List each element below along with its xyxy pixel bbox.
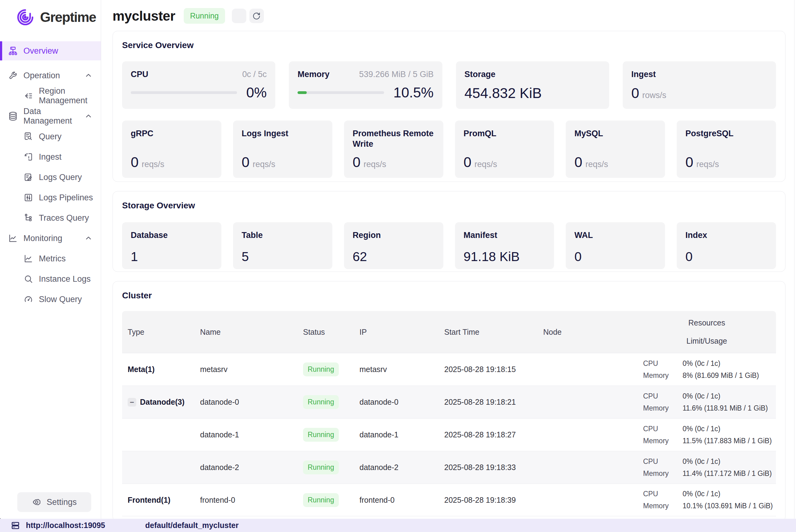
sidebar-item-metrics[interactable]: Metrics bbox=[0, 248, 101, 269]
memory-resource-label: Memory bbox=[643, 470, 683, 478]
memory-limit: 539.266 MiB / 5 GiB bbox=[359, 70, 434, 79]
sidebar-item-label: Traces Query bbox=[39, 213, 89, 223]
table-row-frontend-0: Frontend(1) frontend-0 Running frontend-… bbox=[122, 483, 776, 516]
logs-ingest-label: Logs Ingest bbox=[242, 129, 288, 138]
grpc-label: gRPC bbox=[131, 129, 153, 138]
chevron-up-icon bbox=[83, 71, 93, 80]
sidebar-item-traces-query[interactable]: Traces Query bbox=[0, 208, 101, 228]
logs-pipelines-icon bbox=[23, 193, 33, 203]
postgresql-unit: reqs/s bbox=[697, 160, 719, 169]
settings-button[interactable]: Settings bbox=[17, 492, 91, 512]
wrench-icon bbox=[8, 71, 18, 80]
row-type: Meta(1) bbox=[128, 365, 155, 374]
column-header-node: Node bbox=[538, 311, 638, 353]
page-title: mycluster bbox=[113, 8, 175, 24]
server-url[interactable]: http://localhost:19095 bbox=[26, 521, 105, 530]
page-header: mycluster Running bbox=[113, 8, 264, 24]
storage-card: Storage 454.832 KiB bbox=[456, 61, 609, 109]
refresh-icon bbox=[252, 12, 261, 20]
logs-ingest-card: Logs Ingest 0reqs/s bbox=[233, 120, 332, 178]
sidebar-item-query[interactable]: Query bbox=[0, 126, 101, 147]
cluster-table-header: Type Name Status IP Start Time Node Reso… bbox=[122, 311, 776, 353]
row-start-time: 2025-08-28 19:18:39 bbox=[439, 484, 538, 516]
logs-ingest-value: 0 bbox=[242, 154, 250, 170]
collapse-group-button[interactable]: − bbox=[128, 398, 136, 406]
sidebar-item-label: Monitoring bbox=[23, 234, 62, 243]
prometheus-remote-write-label: Prometheus Remote Write bbox=[353, 129, 434, 149]
row-name: datanode-2 bbox=[194, 451, 298, 483]
sidebar-item-label: Data Management bbox=[23, 107, 78, 126]
sidebar-item-label: Logs Pipelines bbox=[39, 193, 93, 203]
refresh-button[interactable] bbox=[249, 8, 264, 23]
table-row-metasrv: Meta(1) metasrv Running metasrv 2025-08-… bbox=[122, 353, 776, 385]
sidebar-item-instance-logs[interactable]: Instance Logs bbox=[0, 269, 101, 289]
cpu-resource-label: CPU bbox=[643, 392, 683, 400]
chevron-up-icon bbox=[83, 111, 93, 121]
row-node bbox=[538, 484, 638, 516]
service-stats: CPU 0c / 5c 0% Memory 539.266 MiB / 5 Gi… bbox=[122, 61, 776, 109]
mysql-card: MySQL 0reqs/s bbox=[566, 120, 665, 178]
promql-value: 0 bbox=[464, 154, 472, 170]
column-header-name: Name bbox=[194, 311, 298, 353]
column-header-status: Status bbox=[298, 311, 354, 353]
cluster-title: Cluster bbox=[122, 291, 776, 301]
sidebar-item-data-management[interactable]: Data Management bbox=[0, 106, 101, 126]
table-row-datanode-0: − Datanode(3) datanode-0 Running datanod… bbox=[122, 385, 776, 418]
storage-label: Storage bbox=[465, 69, 496, 80]
sidebar: Greptime Overview Operation Region Manag… bbox=[0, 0, 101, 519]
row-type: Datanode(3) bbox=[140, 398, 184, 406]
cpu-resource-label: CPU bbox=[643, 490, 683, 498]
prometheus-remote-write-card: Prometheus Remote Write 0reqs/s bbox=[344, 120, 443, 178]
sidebar-item-logs-pipelines[interactable]: Logs Pipelines bbox=[0, 187, 101, 208]
resources-header-label: Resources bbox=[688, 318, 725, 327]
logs-query-icon bbox=[23, 172, 33, 182]
grpc-unit: reqs/s bbox=[142, 160, 165, 169]
cpu-resource-value: 0% (0c / 1c) bbox=[683, 457, 776, 466]
sidebar-item-overview[interactable]: Overview bbox=[0, 41, 101, 60]
sidebar-item-label: Logs Query bbox=[39, 173, 82, 182]
row-resources: CPU0% (0c / 1c) Memory11.6% (118.91 MiB … bbox=[638, 386, 776, 418]
sidebar-item-monitoring[interactable]: Monitoring bbox=[0, 228, 101, 248]
sidebar-item-logs-query[interactable]: Logs Query bbox=[0, 167, 101, 187]
row-resources: CPU0% (0c / 1c) Memory11.4% (117.172 MiB… bbox=[638, 451, 776, 483]
row-start-time: 2025-08-28 19:18:15 bbox=[439, 353, 538, 385]
row-status-badge: Running bbox=[303, 460, 339, 474]
table-value: 5 bbox=[242, 249, 324, 264]
sidebar-item-operation[interactable]: Operation bbox=[0, 65, 101, 86]
cpu-resource-value: 0% (0c / 1c) bbox=[683, 490, 776, 498]
service-overview-title: Service Overview bbox=[122, 40, 776, 50]
sidebar-item-region-management[interactable]: Region Management bbox=[0, 86, 101, 106]
cpu-resource-label: CPU bbox=[643, 359, 683, 368]
row-resources: CPU0% (0c / 1c) Memory11.5% (117.883 MiB… bbox=[638, 419, 776, 451]
row-ip: metasrv bbox=[354, 353, 439, 385]
ingest-label: Ingest bbox=[631, 69, 656, 80]
manifest-card: Manifest 91.18 KiB bbox=[455, 222, 554, 269]
row-status-badge: Running bbox=[303, 428, 339, 442]
greptime-logo[interactable]: Greptime bbox=[0, 0, 101, 27]
database-path[interactable]: default/default_mycluster bbox=[145, 521, 239, 530]
index-value: 0 bbox=[685, 249, 767, 264]
ingest-unit: rows/s bbox=[642, 91, 666, 100]
row-name: datanode-0 bbox=[194, 386, 298, 418]
region-value: 62 bbox=[353, 249, 435, 264]
manifest-value: 91.18 KiB bbox=[464, 249, 546, 264]
column-header-type: Type bbox=[122, 311, 194, 353]
row-ip: datanode-0 bbox=[354, 386, 439, 418]
pause-refresh-button[interactable] bbox=[232, 8, 246, 23]
memory-resource-label: Memory bbox=[643, 404, 683, 413]
storage-overview-title: Storage Overview bbox=[122, 201, 776, 210]
postgresql-value: 0 bbox=[685, 154, 693, 170]
ingest-icon bbox=[23, 152, 33, 162]
postgresql-label: PostgreSQL bbox=[685, 129, 734, 138]
row-name: datanode-1 bbox=[194, 419, 298, 451]
row-node bbox=[538, 419, 638, 451]
cpu-resource-value: 0% (0c / 1c) bbox=[683, 425, 776, 433]
mysql-unit: reqs/s bbox=[585, 160, 608, 169]
sidebar-nav: Overview Operation Region Management Dat… bbox=[0, 41, 101, 309]
row-start-time: 2025-08-28 19:18:33 bbox=[439, 451, 538, 483]
sidebar-item-ingest[interactable]: Ingest bbox=[0, 147, 101, 167]
server-icon bbox=[11, 520, 20, 530]
sidebar-item-label: Ingest bbox=[39, 152, 62, 162]
memory-resource-value: 11.4% (117.172 MiB / 1 GiB) bbox=[683, 470, 776, 478]
sidebar-item-slow-query[interactable]: Slow Query bbox=[0, 289, 101, 309]
